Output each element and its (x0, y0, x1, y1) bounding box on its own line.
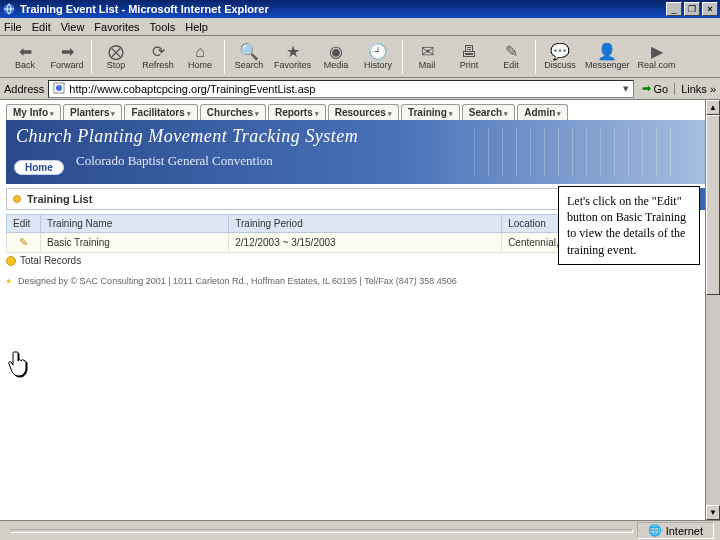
menu-favorites[interactable]: Favorites (94, 21, 139, 33)
total-records-label: Total Records (20, 255, 81, 266)
addressbar: Address http://www.cobaptcpcing.org/Trai… (0, 78, 720, 100)
toolbar: ⬅Back ➡Forward ⨂Stop ⟳Refresh ⌂Home 🔍Sea… (0, 36, 720, 78)
media-button[interactable]: ◉Media (319, 44, 353, 70)
refresh-icon: ⟳ (152, 44, 165, 60)
star-icon: ★ (286, 44, 300, 60)
print-icon: 🖶 (461, 44, 477, 60)
tab-my-info[interactable]: My Info (6, 104, 61, 120)
instruction-callout: Let's click on the "Edit" button on Basi… (558, 186, 700, 265)
back-icon: ⬅ (19, 44, 32, 60)
realcom-icon: ▶ (651, 44, 663, 60)
ie-icon (2, 2, 16, 16)
security-zone: 🌐 Internet (637, 522, 714, 539)
search-label: Search (235, 60, 264, 70)
tab-resources[interactable]: Resources (328, 104, 399, 120)
scroll-thumb[interactable] (706, 115, 720, 295)
section-title: Training List (27, 193, 92, 205)
menubar: File Edit View Favorites Tools Help (0, 18, 720, 36)
discuss-button[interactable]: 💬Discuss (543, 44, 577, 70)
home-link[interactable]: Home (14, 160, 64, 175)
zone-label: Internet (666, 525, 703, 537)
tab-training[interactable]: Training (401, 104, 460, 120)
mail-button[interactable]: ✉Mail (410, 44, 444, 70)
tab-planters[interactable]: Planters (63, 104, 122, 120)
back-label: Back (15, 60, 35, 70)
bullet-icon: ● (6, 276, 11, 286)
scroll-up-button[interactable]: ▲ (706, 100, 720, 115)
discuss-icon: 💬 (550, 44, 570, 60)
search-icon: 🔍 (239, 44, 259, 60)
stop-label: Stop (107, 60, 126, 70)
home-button[interactable]: ⌂Home (183, 44, 217, 70)
scroll-track[interactable] (706, 115, 720, 505)
menu-help[interactable]: Help (185, 21, 208, 33)
vertical-scrollbar[interactable]: ▲ ▼ (705, 100, 720, 520)
menu-tools[interactable]: Tools (150, 21, 176, 33)
go-label: Go (653, 83, 668, 95)
favorites-label: Favorites (274, 60, 311, 70)
mail-icon: ✉ (421, 44, 434, 60)
home-label: Home (188, 60, 212, 70)
separator (224, 40, 225, 74)
scroll-down-button[interactable]: ▼ (706, 505, 720, 520)
bullet-icon (13, 195, 21, 203)
banner-decoration (474, 128, 674, 176)
forward-icon: ➡ (61, 44, 74, 60)
close-button[interactable]: × (702, 2, 718, 16)
separator (91, 40, 92, 74)
edit-row-button[interactable]: ✎ (19, 236, 28, 248)
back-button[interactable]: ⬅Back (8, 44, 42, 70)
menu-file[interactable]: File (4, 21, 22, 33)
tab-admin[interactable]: Admin (517, 104, 568, 120)
stop-button[interactable]: ⨂Stop (99, 44, 133, 70)
address-url: http://www.cobaptcpcing.org/TrainingEven… (69, 83, 315, 95)
forward-button[interactable]: ➡Forward (50, 44, 84, 70)
dropdown-icon[interactable]: ▾ (623, 82, 629, 95)
favorites-button[interactable]: ★Favorites (274, 44, 311, 70)
media-icon: ◉ (329, 44, 343, 60)
go-icon: ➡ (642, 82, 651, 95)
tab-search[interactable]: Search (462, 104, 515, 120)
cell-name: Basic Training (41, 233, 229, 253)
browser-viewport: My Info Planters Facilitators Churches R… (0, 100, 720, 520)
minimize-button[interactable]: _ (666, 2, 682, 16)
col-period: Training Period (229, 215, 502, 233)
hand-cursor-icon (8, 350, 32, 384)
mail-label: Mail (419, 60, 436, 70)
svg-point-2 (56, 85, 62, 91)
media-label: Media (324, 60, 349, 70)
separator (402, 40, 403, 74)
menu-edit[interactable]: Edit (32, 21, 51, 33)
forward-label: Forward (50, 60, 83, 70)
restore-button[interactable]: ❐ (684, 2, 700, 16)
status-panel (10, 529, 633, 533)
globe-icon: 🌐 (648, 524, 662, 537)
tab-churches[interactable]: Churches (200, 104, 266, 120)
col-edit: Edit (7, 215, 41, 233)
window-title: Training Event List - Microsoft Internet… (20, 3, 664, 15)
stop-icon: ⨂ (108, 44, 124, 60)
page-icon (53, 82, 65, 96)
history-button[interactable]: 🕘History (361, 44, 395, 70)
home-icon: ⌂ (195, 44, 205, 60)
print-button[interactable]: 🖶Print (452, 44, 486, 70)
statusbar: 🌐 Internet (0, 520, 720, 540)
tab-reports[interactable]: Reports (268, 104, 326, 120)
refresh-button[interactable]: ⟳Refresh (141, 44, 175, 70)
messenger-button[interactable]: 👤Messenger (585, 44, 630, 70)
edit-button[interactable]: ✎Edit (494, 44, 528, 70)
address-input[interactable]: http://www.cobaptcpcing.org/TrainingEven… (48, 80, 634, 98)
print-label: Print (460, 60, 479, 70)
edit-label: Edit (503, 60, 519, 70)
address-label: Address (4, 83, 44, 95)
messenger-icon: 👤 (597, 44, 617, 60)
go-button[interactable]: ➡ Go (642, 82, 668, 95)
realcom-button[interactable]: ▶Real.com (638, 44, 676, 70)
history-icon: 🕘 (368, 44, 388, 60)
search-button[interactable]: 🔍Search (232, 44, 266, 70)
menu-view[interactable]: View (61, 21, 85, 33)
window-titlebar: Training Event List - Microsoft Internet… (0, 0, 720, 18)
tab-facilitators[interactable]: Facilitators (124, 104, 197, 120)
page-footer: ● Designed by © SAC Consulting 2001 | 10… (6, 276, 714, 286)
links-menu[interactable]: Links » (674, 83, 716, 95)
